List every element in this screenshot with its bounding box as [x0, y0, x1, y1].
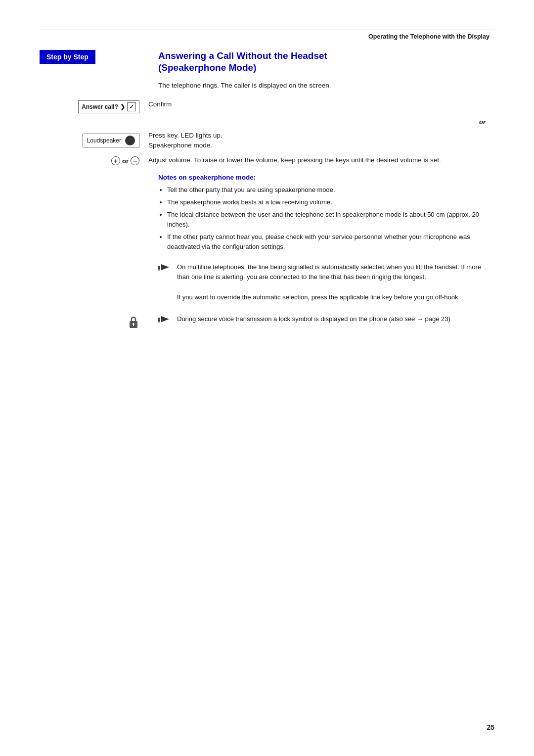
page-container: Operating the Telephone with the Display…	[0, 0, 534, 756]
confirm-text: Confirm	[148, 99, 494, 109]
svg-marker-4	[161, 264, 169, 270]
arrow-icon-1	[158, 263, 172, 271]
list-item: The speakerphone works bests at a low re…	[167, 197, 494, 207]
minus-symbol: −	[131, 156, 139, 165]
svg-rect-9	[158, 319, 160, 320]
volume-row: + or − Adjust volume. To raise or lower …	[40, 155, 494, 165]
notes-list: Tell the other party that you are using …	[158, 185, 494, 252]
volume-symbols: + or −	[111, 156, 139, 165]
or-label: or	[40, 118, 494, 126]
svg-rect-10	[158, 320, 160, 321]
info-arrow-2	[158, 315, 172, 325]
volume-left: + or −	[40, 155, 148, 165]
notes-left	[40, 174, 148, 255]
or-inline: or	[122, 157, 129, 165]
loudspeaker-button[interactable]: Loudspeaker	[83, 134, 139, 147]
loudspeaker-desc-line1: Press key. LED lights up.	[148, 132, 222, 139]
page-number: 25	[487, 723, 494, 731]
step-by-step-label: Step by Step	[40, 50, 95, 64]
intro-text: The telephone rings. The caller is displ…	[158, 81, 494, 91]
plus-symbol: +	[111, 156, 120, 165]
secure-voice-block: During secure voice transmission a lock …	[158, 314, 494, 325]
header-title: Operating the Telephone with the Display	[40, 33, 494, 40]
header-rule	[40, 30, 494, 30]
info-block-1-left	[40, 262, 148, 310]
loudspeaker-label: Loudspeaker	[87, 137, 121, 144]
loudspeaker-desc: Press key. LED lights up. Speakerphone m…	[148, 131, 494, 151]
list-item: If the other party cannot hear you, plea…	[167, 232, 494, 252]
svg-marker-12	[161, 316, 169, 322]
svg-rect-7	[133, 324, 134, 326]
info-arrow-1	[158, 263, 172, 273]
list-item: The ideal distance between the user and …	[167, 210, 494, 230]
loudspeaker-desc-line2: Speakerphone mode.	[148, 142, 212, 149]
info-text-1: On multiline telephones, the line being …	[177, 262, 494, 302]
notes-section: Notes on speakerphone mode: Tell the oth…	[40, 174, 494, 255]
arrow-label: ❯	[120, 103, 125, 110]
volume-desc: Adjust volume. To raise or lower the vol…	[148, 155, 494, 165]
secure-voice-left	[40, 314, 148, 332]
right-column: Answering a Call Without the Headset (Sp…	[148, 50, 494, 99]
answer-call-button[interactable]: Answer call? ❯ ✓	[78, 100, 139, 113]
secure-voice-right: During secure voice transmission a lock …	[148, 314, 494, 332]
list-item: Tell the other party that you are using …	[167, 185, 494, 195]
loudspeaker-left: Loudspeaker	[40, 134, 148, 147]
svg-rect-1	[158, 267, 160, 268]
secure-voice-row: During secure voice transmission a lock …	[40, 314, 494, 332]
info-block-1-row: On multiline telephones, the line being …	[40, 262, 494, 310]
check-icon: ✓	[127, 102, 136, 111]
answer-call-label: Answer call?	[82, 103, 118, 110]
left-column: Step by Step	[40, 50, 148, 99]
svg-rect-3	[158, 270, 160, 271]
speaker-icon	[125, 136, 135, 145]
svg-rect-11	[158, 321, 160, 322]
info-block-1-right: On multiline telephones, the line being …	[148, 262, 494, 310]
answer-call-row: Answer call? ❯ ✓ Confirm	[40, 99, 494, 113]
arrow-icon-2	[158, 315, 172, 323]
answer-call-left: Answer call? ❯ ✓	[40, 99, 148, 113]
svg-rect-2	[158, 268, 160, 269]
svg-rect-8	[158, 318, 160, 319]
section-title: Answering a Call Without the Headset (Sp…	[158, 50, 494, 74]
svg-rect-0	[158, 266, 160, 267]
info-block-1: On multiline telephones, the line being …	[158, 262, 494, 302]
notes-title: Notes on speakerphone mode:	[158, 174, 494, 181]
loudspeaker-row: Loudspeaker Press key. LED lights up. Sp…	[40, 131, 494, 151]
lock-icon	[128, 315, 139, 329]
notes-right: Notes on speakerphone mode: Tell the oth…	[148, 174, 494, 255]
secure-voice-text: During secure voice transmission a lock …	[177, 314, 494, 324]
